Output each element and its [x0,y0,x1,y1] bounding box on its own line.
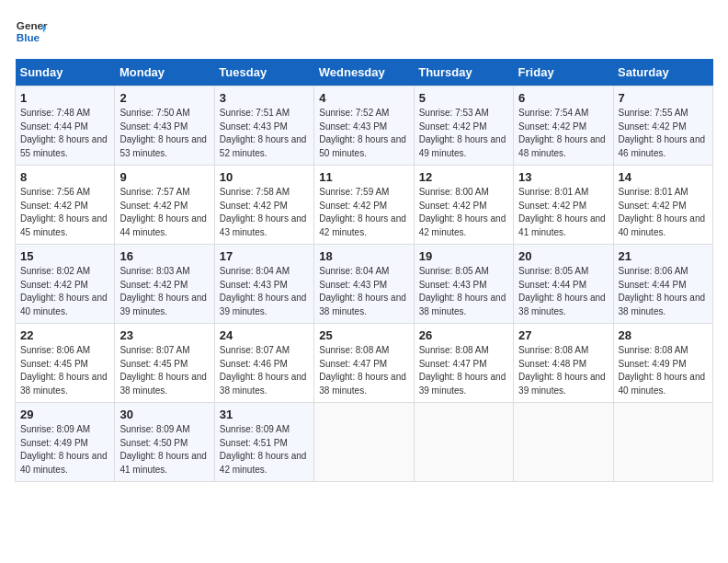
calendar-cell: 21Sunrise: 8:06 AMSunset: 4:44 PMDayligh… [613,245,712,324]
day-info: Sunrise: 8:09 AMSunset: 4:50 PMDaylight:… [119,423,209,477]
day-info: Sunrise: 8:02 AMSunset: 4:42 PMDaylight:… [20,265,109,318]
calendar-cell: 19Sunrise: 8:05 AMSunset: 4:43 PMDayligh… [414,245,513,324]
day-info: Sunrise: 7:53 AMSunset: 4:42 PMDaylight:… [419,107,508,160]
calendar-cell: 10Sunrise: 7:58 AMSunset: 4:42 PMDayligh… [214,166,313,245]
calendar-week-3: 15Sunrise: 8:02 AMSunset: 4:42 PMDayligh… [16,245,713,324]
calendar-cell [613,403,712,482]
day-number: 30 [119,408,209,421]
calendar-cell: 6Sunrise: 7:54 AMSunset: 4:42 PMDaylight… [514,86,613,166]
day-info: Sunrise: 8:07 AMSunset: 4:46 PMDaylight:… [220,344,309,397]
col-header-friday: Friday [514,59,613,86]
calendar-cell: 7Sunrise: 7:55 AMSunset: 4:42 PMDaylight… [613,86,712,166]
page-header: General Blue [15,15,713,48]
logo: General Blue [15,15,48,48]
day-info: Sunrise: 8:03 AMSunset: 4:42 PMDaylight:… [119,265,209,318]
calendar-cell: 29Sunrise: 8:09 AMSunset: 4:49 PMDayligh… [16,403,115,482]
day-number: 16 [119,249,209,263]
calendar-cell: 28Sunrise: 8:08 AMSunset: 4:49 PMDayligh… [613,324,712,403]
day-info: Sunrise: 7:59 AMSunset: 4:42 PMDaylight:… [319,186,408,239]
calendar-cell: 25Sunrise: 8:08 AMSunset: 4:47 PMDayligh… [314,324,414,403]
calendar-cell: 12Sunrise: 8:00 AMSunset: 4:42 PMDayligh… [414,166,513,245]
day-number: 15 [20,249,109,263]
day-number: 21 [619,249,708,263]
day-info: Sunrise: 8:04 AMSunset: 4:43 PMDaylight:… [319,265,408,318]
day-number: 6 [518,91,608,105]
calendar-cell: 9Sunrise: 7:57 AMSunset: 4:42 PMDaylight… [115,166,214,245]
calendar-cell: 15Sunrise: 8:02 AMSunset: 4:42 PMDayligh… [16,245,115,324]
col-header-monday: Monday [115,59,214,86]
calendar-header: SundayMondayTuesdayWednesdayThursdayFrid… [16,59,713,86]
day-info: Sunrise: 7:58 AMSunset: 4:42 PMDaylight:… [220,186,309,239]
day-number: 24 [220,328,309,342]
calendar-cell: 14Sunrise: 8:01 AMSunset: 4:42 PMDayligh… [613,166,712,245]
day-number: 29 [20,408,109,421]
calendar-cell: 26Sunrise: 8:08 AMSunset: 4:47 PMDayligh… [414,324,513,403]
calendar-cell: 17Sunrise: 8:04 AMSunset: 4:43 PMDayligh… [214,245,313,324]
calendar-cell: 8Sunrise: 7:56 AMSunset: 4:42 PMDaylight… [16,166,115,245]
calendar-cell: 11Sunrise: 7:59 AMSunset: 4:42 PMDayligh… [314,166,414,245]
day-info: Sunrise: 7:56 AMSunset: 4:42 PMDaylight:… [20,186,109,239]
day-info: Sunrise: 8:00 AMSunset: 4:42 PMDaylight:… [419,186,508,239]
day-info: Sunrise: 8:08 AMSunset: 4:47 PMDaylight:… [419,344,508,397]
day-info: Sunrise: 7:52 AMSunset: 4:43 PMDaylight:… [319,107,408,160]
calendar-cell [314,403,414,482]
calendar-week-5: 29Sunrise: 8:09 AMSunset: 4:49 PMDayligh… [16,403,713,482]
svg-text:Blue: Blue [17,31,40,43]
day-number: 8 [20,170,109,184]
calendar-cell: 31Sunrise: 8:09 AMSunset: 4:51 PMDayligh… [214,403,313,482]
calendar-cell: 1Sunrise: 7:48 AMSunset: 4:44 PMDaylight… [16,86,115,166]
day-info: Sunrise: 7:57 AMSunset: 4:42 PMDaylight:… [119,186,209,239]
calendar-cell [514,403,613,482]
day-number: 31 [220,408,309,421]
day-info: Sunrise: 8:01 AMSunset: 4:42 PMDaylight:… [518,186,608,239]
day-number: 4 [319,91,408,105]
day-info: Sunrise: 8:05 AMSunset: 4:44 PMDaylight:… [518,265,608,318]
calendar-cell: 4Sunrise: 7:52 AMSunset: 4:43 PMDaylight… [314,86,414,166]
calendar-cell: 3Sunrise: 7:51 AMSunset: 4:43 PMDaylight… [214,86,313,166]
day-number: 2 [119,91,209,105]
day-info: Sunrise: 7:54 AMSunset: 4:42 PMDaylight:… [518,107,608,160]
logo-icon: General Blue [15,15,48,48]
calendar-cell: 20Sunrise: 8:05 AMSunset: 4:44 PMDayligh… [514,245,613,324]
calendar-cell [414,403,513,482]
day-info: Sunrise: 8:08 AMSunset: 4:49 PMDaylight:… [619,344,708,397]
day-number: 5 [419,91,508,105]
calendar-week-4: 22Sunrise: 8:06 AMSunset: 4:45 PMDayligh… [16,324,713,403]
day-number: 22 [20,328,109,342]
calendar-cell: 23Sunrise: 8:07 AMSunset: 4:45 PMDayligh… [115,324,214,403]
day-number: 1 [20,91,109,105]
day-info: Sunrise: 8:04 AMSunset: 4:43 PMDaylight:… [220,265,309,318]
calendar-week-1: 1Sunrise: 7:48 AMSunset: 4:44 PMDaylight… [16,86,713,166]
calendar-cell: 24Sunrise: 8:07 AMSunset: 4:46 PMDayligh… [214,324,313,403]
day-info: Sunrise: 7:51 AMSunset: 4:43 PMDaylight:… [220,107,309,160]
day-number: 20 [518,249,608,263]
day-info: Sunrise: 7:50 AMSunset: 4:43 PMDaylight:… [119,107,209,160]
day-number: 19 [419,249,508,263]
day-number: 9 [119,170,209,184]
day-number: 3 [220,91,309,105]
day-number: 25 [319,328,408,342]
day-number: 23 [119,328,209,342]
day-number: 14 [619,170,708,184]
day-number: 12 [419,170,508,184]
day-info: Sunrise: 8:06 AMSunset: 4:44 PMDaylight:… [619,265,708,318]
col-header-saturday: Saturday [613,59,712,86]
day-number: 11 [319,170,408,184]
calendar-cell: 13Sunrise: 8:01 AMSunset: 4:42 PMDayligh… [514,166,613,245]
day-number: 18 [319,249,408,263]
calendar-week-2: 8Sunrise: 7:56 AMSunset: 4:42 PMDaylight… [16,166,713,245]
calendar-cell: 16Sunrise: 8:03 AMSunset: 4:42 PMDayligh… [115,245,214,324]
day-info: Sunrise: 8:05 AMSunset: 4:43 PMDaylight:… [419,265,508,318]
col-header-wednesday: Wednesday [314,59,414,86]
calendar-cell: 2Sunrise: 7:50 AMSunset: 4:43 PMDaylight… [115,86,214,166]
day-info: Sunrise: 8:08 AMSunset: 4:47 PMDaylight:… [319,344,408,397]
day-number: 28 [619,328,708,342]
day-info: Sunrise: 8:06 AMSunset: 4:45 PMDaylight:… [20,344,109,397]
calendar-cell: 5Sunrise: 7:53 AMSunset: 4:42 PMDaylight… [414,86,513,166]
day-number: 27 [518,328,608,342]
day-number: 10 [220,170,309,184]
calendar-cell: 18Sunrise: 8:04 AMSunset: 4:43 PMDayligh… [314,245,414,324]
day-number: 7 [619,91,708,105]
day-info: Sunrise: 8:01 AMSunset: 4:42 PMDaylight:… [619,186,708,239]
day-info: Sunrise: 8:09 AMSunset: 4:51 PMDaylight:… [220,423,309,477]
